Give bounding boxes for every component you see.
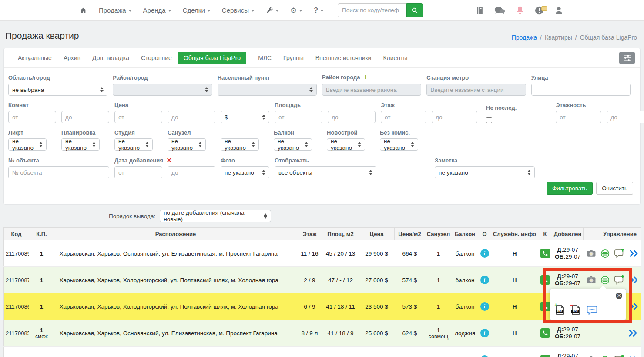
menu-help[interactable]: ?: [314, 7, 324, 14]
search-input[interactable]: [338, 3, 406, 17]
floors-total-to-input[interactable]: [607, 111, 644, 123]
pdf-add-icon[interactable]: PDF +: [555, 305, 565, 315]
phone-icon[interactable]: [540, 249, 550, 258]
phone-icon[interactable]: [540, 355, 550, 357]
coin-badge-icon[interactable]: [535, 6, 544, 15]
tab-mls[interactable]: МЛС: [258, 52, 272, 64]
add-comment-icon[interactable]: [614, 249, 624, 258]
table-row[interactable]: 211700855 1смеж Харьковская, Харьков, Ос…: [4, 320, 641, 347]
notifications-bell-icon[interactable]: [516, 6, 524, 15]
menu-rent[interactable]: Аренда: [143, 7, 171, 14]
pdf-remove-icon[interactable]: PDF −: [571, 305, 580, 315]
list-circle-icon[interactable]: [600, 355, 610, 357]
info-icon[interactable]: i: [480, 276, 489, 284]
date-from-input[interactable]: [114, 166, 162, 178]
table-settings-button[interactable]: [619, 52, 635, 64]
breadcrumb-apartments[interactable]: Квартиры: [545, 34, 572, 41]
info-icon[interactable]: i: [480, 249, 489, 258]
table-row-highlighted[interactable]: 211700861 1 Харьковская, Харьков, Холодн…: [4, 293, 641, 320]
filter-button[interactable]: Фильтровать: [547, 182, 593, 195]
cell-location[interactable]: Днепропетровская, Днепропетровск, Центр …: [54, 347, 297, 357]
list-circle-icon[interactable]: [600, 276, 610, 285]
tab-groups[interactable]: Группы: [283, 52, 304, 64]
info-icon[interactable]: i: [480, 302, 489, 311]
tab-archive[interactable]: Архив: [64, 52, 80, 64]
street-input[interactable]: [531, 84, 631, 96]
elevator-select[interactable]: не указано: [8, 138, 47, 151]
newbuild-select[interactable]: не указано: [327, 138, 365, 151]
region-select[interactable]: не выбрана: [8, 84, 107, 96]
bathroom-select[interactable]: не указано: [168, 138, 206, 151]
rooms-from-input[interactable]: [8, 111, 56, 123]
info-icon[interactable]: i: [480, 355, 489, 357]
floor-from-input[interactable]: [381, 111, 426, 123]
photo-select[interactable]: не указано: [221, 166, 269, 178]
not-last-checkbox[interactable]: [486, 117, 492, 123]
camera-icon[interactable]: [587, 276, 596, 284]
tab-clients[interactable]: Клиенты: [383, 52, 407, 64]
cell-location[interactable]: Харьковская, Харьков, Основянский, ул. Е…: [54, 320, 297, 347]
object-id-input[interactable]: [8, 166, 109, 178]
extra-select[interactable]: не указано: [221, 138, 259, 151]
menu-deals[interactable]: Сделки: [183, 7, 211, 14]
comment-dots-icon[interactable]: [587, 306, 597, 315]
city-district-input[interactable]: [322, 84, 421, 96]
phone-icon[interactable]: [540, 302, 550, 311]
settlement-select[interactable]: [218, 84, 317, 96]
user-icon[interactable]: [555, 6, 563, 15]
table-row[interactable]: 211700892 1 Харьковская, Харьков, Основя…: [4, 240, 641, 267]
menu-tools[interactable]: [266, 7, 279, 14]
display-select[interactable]: все объекты: [275, 166, 376, 178]
menu-services[interactable]: Сервисы: [222, 7, 255, 14]
district-city-select[interactable]: [113, 84, 212, 96]
floor-to-input[interactable]: [432, 111, 477, 123]
studio-select[interactable]: не указано: [114, 138, 153, 151]
rooms-to-input[interactable]: [61, 111, 109, 123]
info-icon[interactable]: i: [480, 329, 489, 337]
list-circle-icon[interactable]: [600, 249, 610, 258]
table-row[interactable]: 211700847 1 Днепропетровская, Днепропетр…: [4, 347, 641, 357]
expand-row-icon[interactable]: [628, 330, 638, 337]
metro-input[interactable]: [426, 84, 526, 96]
table-row[interactable]: 211700878 1 Харьковская, Харьков, Холодн…: [4, 267, 641, 293]
sort-select[interactable]: по дате добавления (сначала новые): [160, 210, 271, 222]
expand-row-icon[interactable]: [629, 250, 639, 257]
menu-sales[interactable]: Продажа: [99, 7, 132, 14]
no-commission-select[interactable]: не указано: [380, 138, 418, 151]
breadcrumb-sales[interactable]: Продажа: [512, 34, 537, 41]
tab-external-sources[interactable]: Внешние источники: [315, 52, 372, 64]
add-district-icon[interactable]: +: [364, 73, 368, 81]
add-comment-icon[interactable]: [614, 275, 624, 285]
search-button[interactable]: [406, 3, 423, 17]
cell-location[interactable]: Харьковская, Харьков, Холодногорский, ул…: [54, 267, 297, 293]
camera-icon[interactable]: [587, 249, 596, 257]
home-button[interactable]: [79, 7, 87, 14]
expand-row-icon[interactable]: [629, 303, 639, 310]
add-comment-icon[interactable]: [614, 355, 624, 357]
note-select[interactable]: не указано: [435, 166, 535, 178]
price-to-input[interactable]: [168, 111, 215, 123]
layout-select[interactable]: не указано: [61, 138, 100, 151]
phone-icon[interactable]: [540, 328, 550, 338]
tab-extra[interactable]: Доп. вкладка: [92, 52, 129, 64]
tab-actual[interactable]: Актуальные: [18, 52, 52, 64]
date-to-input[interactable]: [168, 166, 215, 178]
expand-row-icon[interactable]: [629, 276, 639, 283]
clear-date-icon[interactable]: ✕: [167, 157, 172, 164]
journal-icon[interactable]: [476, 6, 483, 15]
area-to-input[interactable]: [328, 111, 376, 123]
close-icon[interactable]: ✕: [616, 293, 622, 299]
tab-ligapro-base[interactable]: Общая база LigaPro: [178, 52, 246, 64]
clear-button[interactable]: Очистить: [596, 182, 633, 195]
phone-icon[interactable]: [540, 275, 550, 285]
area-from-input[interactable]: [275, 111, 322, 123]
cell-location[interactable]: Харьковская, Харьков, Холодногорский, ул…: [54, 293, 297, 320]
price-from-input[interactable]: [114, 111, 162, 123]
floors-total-from-input[interactable]: [556, 111, 601, 123]
cell-location[interactable]: Харьковская, Харьков, Основянский, ул. Е…: [54, 240, 297, 267]
remove-district-icon[interactable]: −: [371, 73, 375, 81]
balcony-select[interactable]: не указано: [274, 138, 312, 151]
menu-settings[interactable]: ⚙: [290, 6, 302, 15]
tab-third-party[interactable]: Сторонние: [141, 52, 172, 64]
currency-select[interactable]: $: [221, 111, 269, 123]
